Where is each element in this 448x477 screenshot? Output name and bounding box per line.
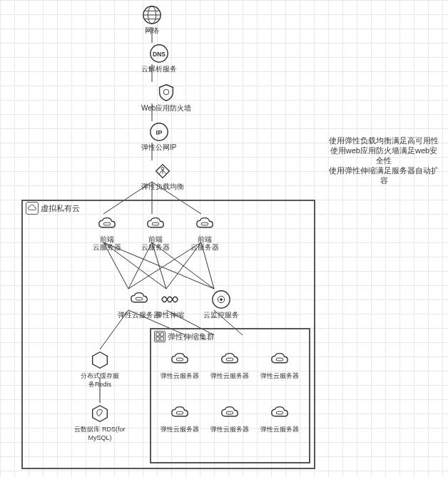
fe2-label2: 云服务器	[141, 243, 170, 251]
svg-rect-35	[103, 222, 110, 225]
cluster-server-3[interactable]: 弹性云服务器	[260, 349, 299, 380]
svg-rect-47	[226, 358, 233, 361]
fe3-label2: 云服务器	[190, 243, 219, 251]
svg-rect-44	[156, 337, 159, 340]
cluster-label: 弹性伸缩集群	[168, 332, 215, 342]
hexagon-icon	[89, 349, 111, 371]
eip-label: 弹性公网IP	[141, 143, 176, 152]
svg-line-32	[159, 170, 163, 174]
autoscale-icon	[159, 289, 180, 310]
c5-label: 弹性云服务器	[210, 425, 249, 434]
dns-icon: DNS	[148, 43, 170, 64]
cloud-server-icon	[128, 289, 150, 310]
ip-icon: IP	[148, 121, 170, 143]
monitor-node[interactable]: 云监控服务	[203, 289, 239, 319]
waf-node[interactable]: Web应用防火墙	[141, 82, 191, 113]
vpc-title: 虚拟私有云	[23, 200, 83, 216]
svg-line-34	[163, 170, 166, 174]
cluster-server-1[interactable]: 弹性云服务器	[161, 349, 199, 380]
eye-icon	[210, 289, 232, 310]
cluster-icon	[154, 331, 166, 342]
elb-node[interactable]: 弹性负载均衡	[141, 160, 184, 191]
cluster-server-6[interactable]: 弹性云服务器	[260, 403, 299, 434]
cloud-icon	[26, 202, 39, 215]
frontend-3-node[interactable]: 前端 云服务器	[190, 214, 219, 251]
dns-node[interactable]: DNS 云解析服务	[141, 43, 177, 73]
fe2-label1: 前端	[141, 235, 170, 243]
ecs-label: 弹性云服务器	[118, 311, 161, 319]
waf-label: Web应用防火墙	[141, 104, 191, 113]
svg-rect-50	[226, 411, 233, 414]
eip-node[interactable]: IP 弹性公网IP	[141, 121, 176, 152]
svg-point-31	[161, 167, 164, 170]
as-label: 弹性伸缩	[156, 311, 184, 319]
cluster-title: 弹性伸缩集群	[154, 331, 215, 342]
cloud-server-icon	[219, 403, 240, 424]
cluster-server-4[interactable]: 弹性云服务器	[161, 403, 199, 434]
cloud-server-icon	[269, 349, 290, 371]
svg-point-41	[220, 298, 223, 301]
c6-label: 弹性云服务器	[260, 425, 299, 434]
autoscale-node[interactable]: 弹性伸缩	[156, 289, 184, 319]
svg-rect-45	[161, 337, 163, 340]
internet-node[interactable]: 网络	[141, 4, 163, 35]
cloud-server-icon	[169, 403, 190, 424]
cloud-server-icon	[269, 403, 290, 424]
cluster-server-2[interactable]: 弹性云服务器	[210, 349, 249, 380]
elb-label: 弹性负载均衡	[141, 183, 184, 191]
svg-rect-46	[176, 358, 183, 361]
cloud-server-icon	[169, 349, 190, 371]
cloud-server-icon	[96, 214, 118, 235]
cluster-server-5[interactable]: 弹性云服务器	[210, 403, 249, 434]
c2-label: 弹性云服务器	[210, 371, 249, 380]
c4-label: 弹性云服务器	[161, 425, 199, 434]
database-icon	[89, 403, 111, 424]
frontend-1-node[interactable]: 前端 云服务器	[93, 214, 121, 251]
fe3-label1: 前端	[190, 235, 219, 243]
svg-rect-49	[176, 411, 183, 414]
fe1-label2: 云服务器	[93, 243, 121, 251]
svg-text:DNS: DNS	[153, 51, 166, 58]
cluster-container: 弹性伸缩集群	[150, 328, 310, 463]
rds-node[interactable]: 云数据库 RDS(for MySQL)	[71, 403, 128, 442]
internet-label: 网络	[141, 26, 163, 35]
redis-label: 分布式缓存服务Redis	[80, 371, 120, 389]
svg-rect-37	[201, 222, 208, 225]
annotation-line-3: 使用弹性伸缩满足服务器自动扩容	[327, 165, 441, 185]
svg-rect-38	[136, 297, 142, 300]
loadbalancer-icon	[152, 160, 173, 182]
globe-icon	[141, 4, 163, 26]
annotation-block: 使用弹性负载均衡满足高可用性 使用web应用防火墙满足web安全性 使用弹性伸缩…	[327, 135, 441, 185]
fe1-label1: 前端	[93, 235, 121, 243]
annotation-line-2: 使用web应用防火墙满足web安全性	[327, 145, 441, 165]
svg-rect-36	[152, 222, 158, 225]
c1-label: 弹性云服务器	[161, 371, 199, 380]
cloud-server-icon	[219, 349, 240, 371]
svg-text:IP: IP	[156, 129, 162, 136]
cloud-server-icon	[194, 214, 215, 235]
annotation-line-1: 使用弹性负载均衡满足高可用性	[327, 135, 441, 145]
redis-node[interactable]: 分布式缓存服务Redis	[80, 349, 120, 389]
ces-label: 云监控服务	[203, 311, 239, 319]
svg-rect-43	[161, 333, 163, 336]
dns-label: 云解析服务	[141, 65, 177, 73]
ecs-node[interactable]: 弹性云服务器	[118, 289, 161, 319]
diagram-canvas: 网络 DNS 云解析服务 Web应用防火墙 IP 弹性公网IP 弹性负载均衡 虚…	[0, 0, 448, 477]
vpc-label: 虚拟私有云	[41, 203, 80, 214]
svg-rect-42	[156, 333, 159, 336]
shield-icon	[156, 82, 177, 103]
svg-rect-48	[276, 358, 282, 361]
svg-point-28	[163, 89, 169, 95]
frontend-2-node[interactable]: 前端 云服务器	[141, 214, 170, 251]
svg-rect-51	[276, 411, 282, 414]
c3-label: 弹性云服务器	[260, 371, 299, 380]
cloud-server-icon	[145, 214, 166, 235]
rds-label: 云数据库 RDS(for MySQL)	[71, 425, 128, 442]
